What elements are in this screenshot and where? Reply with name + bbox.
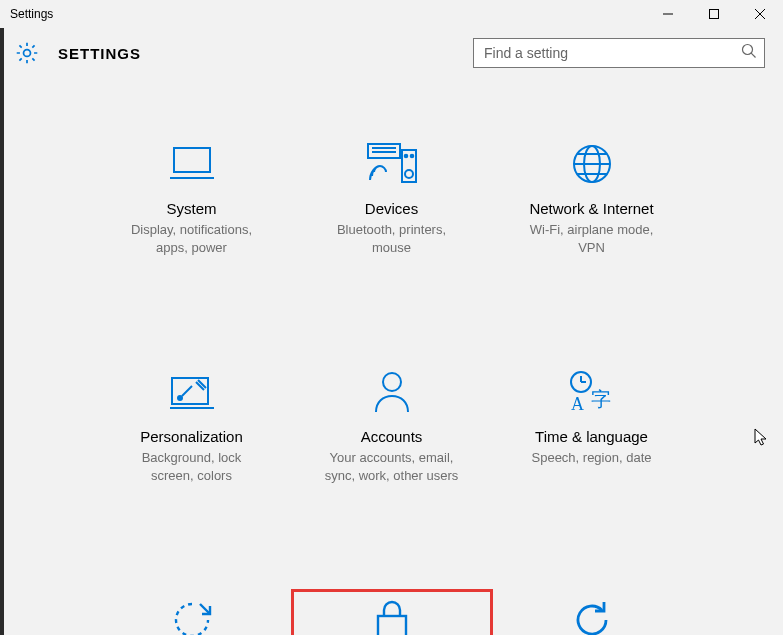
tile-network[interactable]: Network & Internet Wi-Fi, airplane mode,… <box>492 134 692 262</box>
svg-rect-19 <box>172 378 208 404</box>
svg-rect-29 <box>378 616 406 635</box>
svg-rect-7 <box>174 148 210 172</box>
tile-devices[interactable]: Devices Bluetooth, printers, mouse <box>292 134 492 262</box>
window-title: Settings <box>0 7 53 21</box>
content: System Display, notifications, apps, pow… <box>0 74 783 635</box>
tile-time-language[interactable]: A字 Time & language Speech, region, date <box>492 362 692 490</box>
svg-point-13 <box>405 170 413 178</box>
tile-privacy[interactable]: Privacy <box>292 590 492 635</box>
window-controls <box>645 0 783 28</box>
close-button[interactable] <box>737 0 783 28</box>
settings-grid: System Display, notifications, apps, pow… <box>92 134 692 635</box>
tile-title: Network & Internet <box>529 200 653 217</box>
titlebar: Settings <box>0 0 783 28</box>
svg-text:A: A <box>571 394 584 414</box>
svg-point-15 <box>410 155 413 158</box>
close-icon <box>755 9 765 19</box>
svg-line-28 <box>200 604 210 614</box>
maximize-button[interactable] <box>691 0 737 28</box>
tile-subtitle: Background, lock screen, colors <box>142 449 242 484</box>
accounts-icon <box>372 368 412 416</box>
system-icon <box>168 140 216 188</box>
tile-system[interactable]: System Display, notifications, apps, pow… <box>92 134 292 262</box>
page-title: SETTINGS <box>58 45 141 62</box>
tile-subtitle: Speech, region, date <box>532 449 652 467</box>
update-icon <box>570 596 614 635</box>
maximize-icon <box>709 9 719 19</box>
privacy-icon <box>373 596 411 635</box>
tile-title: Accounts <box>361 428 423 445</box>
svg-rect-1 <box>710 10 719 19</box>
time-language-icon: A字 <box>567 368 617 416</box>
gear-icon <box>14 40 40 66</box>
search-input[interactable] <box>473 38 765 68</box>
tile-title: Personalization <box>140 428 243 445</box>
personalization-icon <box>168 368 216 416</box>
svg-point-14 <box>404 155 407 158</box>
devices-icon <box>366 140 418 188</box>
minimize-icon <box>663 9 673 19</box>
search-wrap <box>473 38 765 68</box>
svg-point-4 <box>24 50 31 57</box>
tile-subtitle: Bluetooth, printers, mouse <box>337 221 446 256</box>
svg-point-21 <box>178 396 182 400</box>
tile-ease-of-access[interactable]: Ease of Access <box>92 590 292 635</box>
tile-accounts[interactable]: Accounts Your accounts, email, sync, wor… <box>292 362 492 490</box>
minimize-button[interactable] <box>645 0 691 28</box>
window-edge <box>0 0 4 635</box>
tile-update-security[interactable]: Update & security <box>492 590 692 635</box>
tile-subtitle: Your accounts, email, sync, work, other … <box>325 449 459 484</box>
tile-title: Time & language <box>535 428 648 445</box>
network-icon <box>570 140 614 188</box>
tile-title: Devices <box>365 200 418 217</box>
svg-point-22 <box>383 373 401 391</box>
svg-text:字: 字 <box>591 388 611 410</box>
tile-personalization[interactable]: Personalization Background, lock screen,… <box>92 362 292 490</box>
settings-window: Settings SETTINGS <box>0 0 783 635</box>
tile-subtitle: Display, notifications, apps, power <box>131 221 252 256</box>
ease-of-access-icon <box>170 596 214 635</box>
header-left: SETTINGS <box>14 40 141 66</box>
header: SETTINGS <box>0 28 783 74</box>
tile-subtitle: Wi-Fi, airplane mode, VPN <box>530 221 654 256</box>
tile-title: System <box>166 200 216 217</box>
